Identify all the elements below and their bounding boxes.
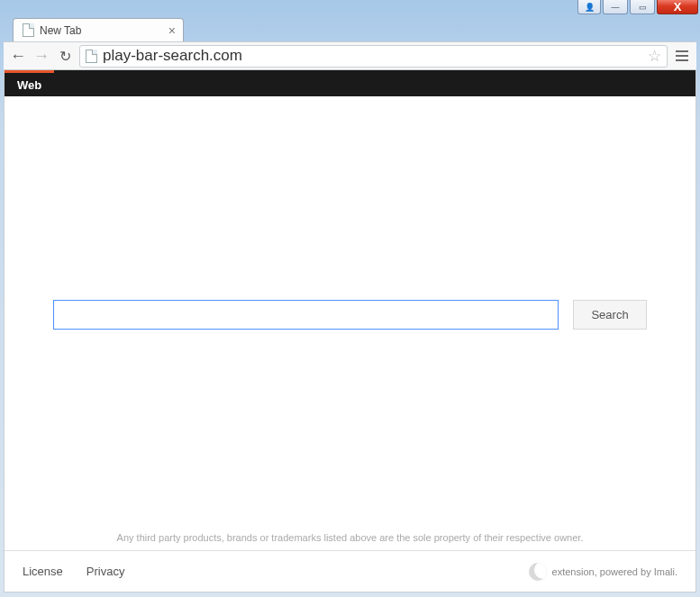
close-window-button[interactable]: X [657, 0, 698, 14]
reload-button[interactable]: ↻ [56, 48, 74, 65]
maximize-button[interactable]: ▭ [630, 0, 655, 14]
footer-credit: extension, powered by Imali. [529, 563, 677, 581]
license-link[interactable]: License [23, 565, 63, 578]
privacy-link[interactable]: Privacy [86, 565, 125, 578]
window-titlebar: 👤 — ▭ X [0, 0, 700, 16]
page-footer: License Privacy extension, powered by Im… [5, 550, 695, 592]
search-button[interactable]: Search [573, 300, 647, 330]
window-controls: 👤 — ▭ X [577, 0, 698, 14]
tab-close-button[interactable]: × [168, 24, 176, 37]
web-tab[interactable]: Web [5, 70, 54, 96]
page-content: Search [5, 96, 695, 525]
user-icon-button[interactable]: 👤 [577, 0, 601, 14]
bookmark-star-icon[interactable]: ☆ [648, 47, 661, 66]
browser-toolbar: ← → ↻ ☆ [4, 41, 696, 70]
minimize-button[interactable]: — [603, 0, 628, 14]
disclaimer-text: Any third party products, brands or trad… [5, 525, 695, 550]
hamburger-menu-icon[interactable] [673, 47, 691, 65]
tab-title: New Tab [40, 24, 81, 37]
search-input[interactable] [53, 300, 559, 330]
site-icon [86, 50, 97, 63]
page-icon [23, 23, 34, 37]
moon-icon [529, 563, 547, 581]
search-row: Search [5, 300, 695, 330]
address-bar[interactable]: ☆ [79, 45, 668, 68]
browser-tab[interactable]: New Tab × [13, 18, 184, 41]
url-input[interactable] [103, 47, 642, 65]
forward-button[interactable]: → [32, 47, 50, 66]
powered-by-text: extension, powered by Imali. [552, 566, 677, 577]
browser-tabstrip: New Tab × [0, 16, 700, 41]
back-button[interactable]: ← [9, 47, 27, 66]
page-viewport: Web Search Any third party products, bra… [4, 70, 696, 592]
top-nav-bar: Web [5, 70, 695, 96]
